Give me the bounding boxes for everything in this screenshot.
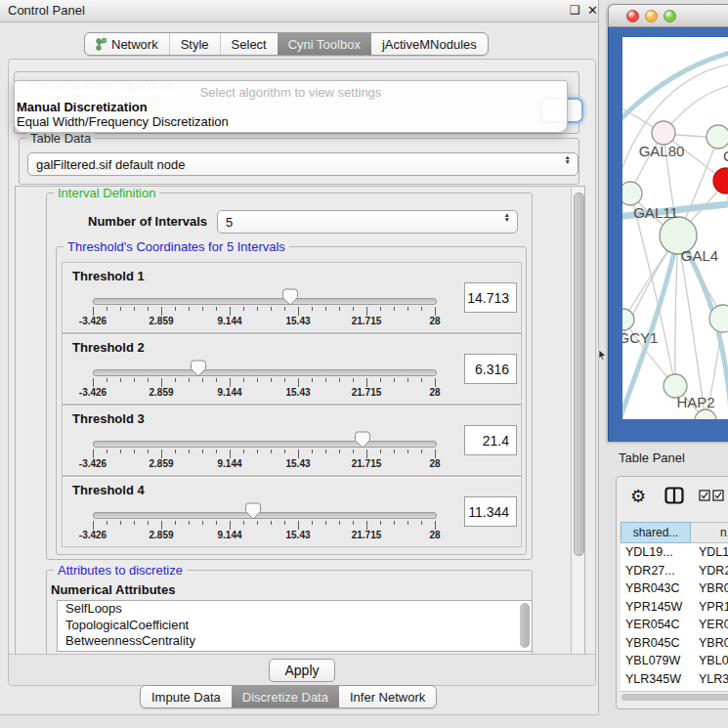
cell-name[interactable]: YBR0 [691,581,728,595]
traffic-light-zoom[interactable] [664,10,676,22]
network-edge[interactable] [675,236,678,386]
threshold-value-field[interactable]: 6.316 [464,354,517,384]
attribute-item-betweennesscentrality[interactable]: BetweennessCentrality [58,633,532,650]
gear-icon[interactable]: ⚙ [630,486,646,507]
threshold-value-field[interactable]: 14.713 [464,282,517,313]
algorithm-option-manual-discretization[interactable]: Manual Discretization [17,100,148,114]
network-icon [96,37,107,51]
numerical-attributes-list[interactable]: SelfLoopsTopologicalCoefficientBetweenne… [57,600,533,652]
network-edge[interactable] [622,51,728,123]
tick-label: 28 [410,530,459,540]
network-canvas[interactable]: GAL80GCGAL11GAL4GCY1HHAP2 [622,37,728,419]
tab-impute-data[interactable]: Impute Data [141,686,232,707]
table-row[interactable]: YBL079WYBL0 [621,652,728,670]
tab-cyni-toolbox[interactable]: Cyni Toolbox [278,33,371,55]
float-window-icon[interactable]: ❑ [570,3,580,18]
tick-label: -3.426 [68,387,117,398]
threshold-slider-track[interactable] [93,512,437,519]
settings-scrollbar-thumb[interactable] [574,193,584,556]
tab-infer-network[interactable]: Infer Network [339,686,436,707]
cell-name[interactable]: YBR0 [691,636,728,650]
table-row[interactable]: YBR045CYBR0 [621,634,728,653]
cell-shared-name[interactable]: YER054C [621,618,691,631]
traffic-light-close[interactable] [626,10,639,22]
algorithm-option-equal-width-frequency-discretization[interactable]: Equal Width/Frequency Discretization [17,114,229,129]
control-panel-window: Control Panel ❑ ✕ NetworkStyleSelectCyni… [0,0,599,715]
node-label: G [723,148,728,164]
cell-shared-name[interactable]: YBL079W [621,654,691,667]
cell-name[interactable]: YLR3 [691,672,728,686]
close-window-icon[interactable]: ✕ [587,3,598,18]
tab-discretize-data[interactable]: Discretize Data [232,686,339,707]
node-label: GAL80 [639,143,685,159]
table-horizontal-scrollbar[interactable] [621,691,728,702]
tab-label: Discretize Data [242,690,328,705]
tick-label: 15.43 [274,530,322,540]
cell-shared-name[interactable]: YDR27... [621,564,691,578]
cell-name[interactable]: YDR2 [691,564,728,578]
table-row[interactable]: YDR27...YDR2 [621,562,728,580]
column-header-shared-name[interactable]: shared... [621,522,691,543]
network-node-c[interactable] [713,168,728,193]
node-label: HAP2 [676,394,714,410]
network-node-gcy1[interactable] [622,309,634,330]
cell-shared-name[interactable]: YDL19... [621,545,691,559]
table-row[interactable]: YER054CYER0 [621,616,728,634]
cell-shared-name[interactable]: YLR345W [621,672,691,686]
split-columns-icon[interactable] [664,487,684,504]
cell-shared-name[interactable]: YBR043C [621,581,691,595]
cell-name[interactable]: YER0 [691,618,728,631]
tab-select[interactable]: Select [220,33,278,55]
cell-shared-name[interactable]: YBR045C [621,636,691,650]
cell-name[interactable]: YBL0 [691,654,728,667]
threshold-slider-track[interactable] [93,298,437,305]
network-node-gal80[interactable] [652,121,675,145]
tab-style[interactable]: Style [169,33,220,55]
network-node-g[interactable] [707,125,728,149]
threshold-slider-thumb[interactable] [245,502,261,520]
tab-label: jActiveMNodules [382,37,477,52]
apply-button[interactable]: Apply [269,659,335,682]
table-row[interactable]: YBR043CYBR0 [621,579,728,598]
number-of-intervals-combobox[interactable]: 5 ▲▼ [217,210,518,234]
algorithm-dropdown-popup: Select algorithm to view settings Manual… [14,80,568,133]
cell-name[interactable]: YDL1 [691,545,728,559]
tick-label: 15.43 [274,316,322,326]
network-edge[interactable] [622,63,728,184]
tick-label: -3.426 [68,458,117,469]
tick-label: 15.43 [274,387,322,398]
threshold-panel-1: Threshold 1-3.4262.8599.14415.4321.71528… [62,262,522,333]
attribute-item-topologicalcoefficient[interactable]: TopologicalCoefficient [58,618,532,634]
threshold-value-field[interactable]: 21.4 [464,425,517,455]
threshold-slider-thumb[interactable] [282,288,298,306]
table-data-combobox[interactable]: galFiltered.sif default node ▲▼ [27,152,578,176]
cell-name[interactable]: YPR1 [691,600,728,614]
attributes-list-scrollbar[interactable] [520,603,530,648]
top-tab-bar: NetworkStyleSelectCyni ToolboxjActiveMNo… [84,32,489,56]
node-label: GAL11 [633,204,678,221]
tab-label: Select [232,37,267,52]
traffic-light-minimize[interactable] [645,10,658,22]
tick-label: 28 [410,387,459,398]
cell-shared-name[interactable]: YPR145W [621,600,691,614]
checkbox-icon[interactable] [712,490,724,501]
tab-network[interactable]: Network [85,33,169,55]
checkbox-icon[interactable] [699,490,710,501]
threshold-slider-thumb[interactable] [355,431,370,449]
threshold-label: Threshold 2 [72,340,145,355]
threshold-slider-track[interactable] [93,441,437,448]
threshold-value-field[interactable]: 11.344 [464,496,517,527]
network-node-gal11[interactable] [622,182,642,205]
threshold-slider-thumb[interactable] [191,360,206,377]
attribute-item-selfloops[interactable]: SelfLoops [58,601,532,618]
settings-vertical-scrollbar[interactable] [571,187,584,654]
table-row[interactable]: YLR345WYLR3 [621,670,728,689]
tick-label: 2.859 [137,316,186,326]
table-row[interactable]: YPR145WYPR1 [621,598,728,617]
tab-jactivemnodules[interactable]: jActiveMNodules [371,33,488,55]
table-row[interactable]: YDL19...YDL1 [621,543,728,562]
threshold-slider-track[interactable] [93,369,437,376]
column-header-name[interactable]: n... [691,522,728,543]
table-hscrollbar-thumb[interactable] [621,694,728,701]
bottom-tab-bar: Impute DataDiscretize DataInfer Network [140,685,437,708]
